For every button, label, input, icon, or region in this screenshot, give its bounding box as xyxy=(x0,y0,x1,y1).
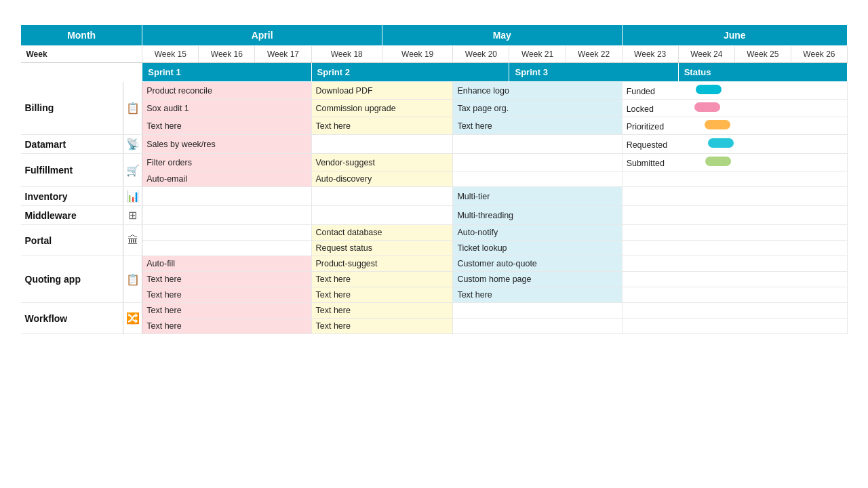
task-cell: Submitted xyxy=(622,154,847,171)
task-cell xyxy=(453,319,622,334)
sprint-header-row: Sprint 1Sprint 2Sprint 3Status xyxy=(21,63,848,82)
status-badge xyxy=(696,85,722,94)
month-label-cell: Month xyxy=(21,25,142,46)
sprint-board-table: Month April May June Week Week 15 Week 1… xyxy=(20,24,848,334)
table-body: Billing📋Product reconcileDownload PDFEnh… xyxy=(21,82,848,334)
task-cell xyxy=(453,303,622,319)
task-cell: Text here xyxy=(311,287,453,303)
row-label-portal: Portal xyxy=(21,225,123,256)
row-icon-inventory: 📊 xyxy=(123,187,142,206)
task-cell xyxy=(622,187,847,206)
row-icon-billing: 📋 xyxy=(123,82,142,135)
task-cell: Sales by week/res xyxy=(142,135,311,154)
week-15: Week 15 xyxy=(142,46,199,63)
task-cell: Funded xyxy=(622,82,847,100)
task-cell: Text here xyxy=(311,117,453,135)
task-cell: Text here xyxy=(311,303,453,319)
task-cell xyxy=(142,187,311,206)
task-cell: Text here xyxy=(453,117,622,135)
task-cell xyxy=(453,135,622,154)
table-row: Auto-emailAuto-discovery xyxy=(21,171,848,187)
task-cell: Ticket lookup xyxy=(453,241,622,256)
task-cell xyxy=(622,303,847,319)
task-cell xyxy=(142,225,311,241)
status-badge xyxy=(708,138,734,148)
week-18: Week 18 xyxy=(311,46,382,63)
row-label-middleware: Middleware xyxy=(21,206,123,225)
row-icon-fulfillment: 🛒 xyxy=(123,154,142,187)
table-row: Text hereText hereCustom home page xyxy=(21,272,848,287)
april-header: April xyxy=(142,25,382,46)
page-title xyxy=(0,0,868,15)
row-icon-middleware: ⊞ xyxy=(123,206,142,225)
table-wrapper: Month April May June Week Week 15 Week 1… xyxy=(0,24,868,334)
table-row: Workflow🔀Text hereText here xyxy=(21,303,848,319)
task-cell: Requested xyxy=(622,135,847,154)
task-cell: Custom home page xyxy=(453,272,622,287)
task-cell: Text here xyxy=(311,272,453,287)
task-cell: Text here xyxy=(142,319,311,334)
row-label-inventory: Inventory xyxy=(21,187,123,206)
may-header: May xyxy=(382,25,622,46)
sprint-sprint-2-header: Sprint 2 xyxy=(311,63,509,82)
task-cell: Text here xyxy=(142,303,311,319)
task-cell xyxy=(622,272,847,287)
task-cell: Contact database xyxy=(311,225,453,241)
task-cell xyxy=(453,171,622,187)
task-cell: Text here xyxy=(142,287,311,303)
week-23: Week 23 xyxy=(622,46,678,63)
row-label-workflow: Workflow xyxy=(21,303,123,334)
task-cell xyxy=(311,206,453,225)
row-icon-portal: 🏛 xyxy=(123,225,142,256)
week-26: Week 26 xyxy=(791,46,847,63)
task-cell: Auto-notify xyxy=(453,225,622,241)
june-header: June xyxy=(622,25,847,46)
status-badge xyxy=(705,120,730,129)
row-icon-workflow: 🔀 xyxy=(123,303,142,334)
week-20: Week 20 xyxy=(453,46,509,63)
task-cell: Sox audit 1 xyxy=(142,100,311,117)
task-cell: Multi-tier xyxy=(453,187,622,206)
sprint-sprint-3-header: Sprint 3 xyxy=(509,63,678,82)
task-cell xyxy=(622,225,847,241)
week-17: Week 17 xyxy=(255,46,311,63)
task-cell: Commission upgrade xyxy=(311,100,453,117)
row-icon-quoting-app: 📋 xyxy=(123,256,142,303)
task-cell: Text here xyxy=(142,117,311,135)
row-label-fulfillment: Fulfillment xyxy=(21,154,123,187)
table-row: Text hereText here xyxy=(21,319,848,334)
task-cell: Product reconcile xyxy=(142,82,311,100)
task-cell xyxy=(453,154,622,171)
week-header-row: Week Week 15 Week 16 Week 17 Week 18 Wee… xyxy=(21,46,848,63)
week-21: Week 21 xyxy=(509,46,566,63)
task-cell: Filter orders xyxy=(142,154,311,171)
task-cell: Vendor-suggest xyxy=(311,154,453,171)
task-cell xyxy=(622,256,847,272)
table-row: Portal🏛Contact databaseAuto-notify xyxy=(21,225,848,241)
sprint-sprint-1-header: Sprint 1 xyxy=(142,63,311,82)
month-header-row: Month April May June xyxy=(21,25,848,46)
task-cell: Multi-threading xyxy=(453,206,622,225)
task-cell: Auto-email xyxy=(142,171,311,187)
week-24: Week 24 xyxy=(678,46,734,63)
task-cell: Customer auto-quote xyxy=(453,256,622,272)
table-row: Billing📋Product reconcileDownload PDFEnh… xyxy=(21,82,848,100)
task-cell xyxy=(622,206,847,225)
table-row: Quoting app📋Auto-fillProduct-suggestCust… xyxy=(21,256,848,272)
row-label-datamart: Datamart xyxy=(21,135,123,154)
status-badge xyxy=(705,157,731,166)
task-cell xyxy=(622,241,847,256)
task-cell xyxy=(622,319,847,334)
sprint-status-header: Status xyxy=(678,63,847,82)
table-row: Text hereText hereText here xyxy=(21,287,848,303)
task-cell: Locked xyxy=(622,100,847,117)
week-19: Week 19 xyxy=(382,46,452,63)
week-16: Week 16 xyxy=(199,46,255,63)
row-icon-datamart: 📡 xyxy=(123,135,142,154)
task-cell: Download PDF xyxy=(311,82,453,100)
task-cell: Enhance logo xyxy=(453,82,622,100)
task-cell: Tax page org. xyxy=(453,100,622,117)
row-label-quoting-app: Quoting app xyxy=(21,256,123,303)
task-cell: Request status xyxy=(311,241,453,256)
task-cell: Auto-discovery xyxy=(311,171,453,187)
